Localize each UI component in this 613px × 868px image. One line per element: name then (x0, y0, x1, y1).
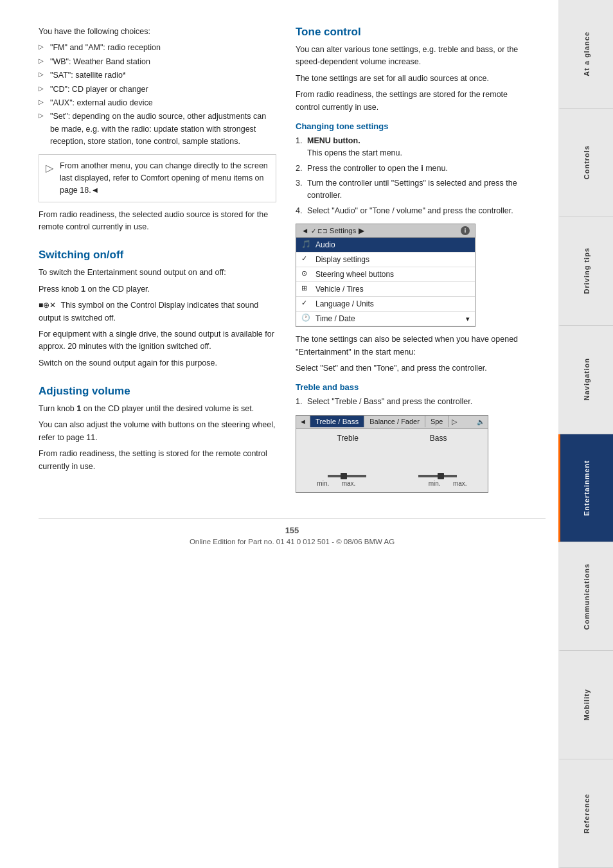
bass-minmax: min. max. (429, 480, 467, 487)
play-icon: ▷ (46, 161, 53, 176)
treble-bass-step-1: 1. Select "Treble / Bass" and press the … (296, 396, 533, 408)
footer-text: Online Edition for Part no. 01 41 0 012 … (39, 538, 546, 545)
back-arrow-icon: ◄ (296, 416, 310, 427)
sidebar-label-communications: Communications (583, 563, 591, 630)
sidebar-label-reference: Reference (583, 793, 591, 833)
tone-p3: From radio readiness, the settings are s… (296, 89, 533, 114)
switching-p1: To switch the Entertainment sound output… (39, 267, 276, 279)
step-4: 4. Select "Audio" or "Tone / volume" and… (296, 205, 533, 217)
settings-row-display[interactable]: ✓ Display settings (296, 252, 475, 267)
bass-slider[interactable] (418, 475, 457, 477)
bullet-list: "FM" and "AM": radio reception "WB": Wea… (39, 42, 276, 148)
volume-p2: You can also adjust the volume with butt… (39, 419, 276, 444)
tone-heading: Tone control (296, 26, 533, 39)
main-content: You have the following choices: "FM" and… (0, 0, 558, 868)
treble-bass-screenshot: ◄ Treble / Bass Balance / Fader Spe ▷ 🔈 … (296, 415, 488, 493)
after-settings-p2: Select "Set" and then "Tone", and press … (296, 362, 533, 375)
sound-off-icon: ■⊕✕ (39, 301, 56, 310)
bass-min-label: min. (429, 480, 441, 487)
settings-row-vehicle[interactable]: ⊞ Vehicle / Tires (296, 282, 475, 297)
tb-sliders (301, 475, 483, 477)
sidebar-item-mobility[interactable]: Mobility (558, 651, 613, 759)
step-3-text: Turn the controller until "Settings" is … (307, 179, 517, 200)
step-2: 2. Press the controller to open the i me… (296, 163, 533, 175)
sidebar-item-driving-tips[interactable]: Driving tips (558, 217, 613, 326)
treble-bass-content: Treble Bass (296, 429, 488, 492)
treble-slider-group[interactable] (328, 475, 366, 477)
settings-row-time[interactable]: 🕐 Time / Date ▾ (296, 312, 475, 326)
treble-bass-heading: Treble and bass (296, 382, 533, 392)
sidebar-label-entertainment: Entertainment (583, 460, 591, 516)
settings-row-audio[interactable]: 🎵 Audio (296, 238, 475, 252)
sidebar-label-navigation: Navigation (583, 358, 591, 400)
sidebar-item-at-a-glance[interactable]: At a glance (558, 0, 613, 109)
bass-slider-group[interactable] (418, 475, 457, 477)
speaker-icon: 🔈 (474, 416, 488, 427)
after-info-text: From radio readiness, the selected audio… (39, 209, 276, 234)
settings-header-label: ◄ ✓⊏⊐ Settings ▶ (301, 226, 364, 235)
switching-p3: ■⊕✕ This symbol on the Control Display i… (39, 299, 276, 324)
bass-label: Bass (430, 434, 447, 443)
treble-label: Treble (337, 434, 359, 443)
treble-bass-tabs: ◄ Treble / Bass Balance / Fader Spe ▷ 🔈 (296, 416, 488, 429)
list-item: "SAT": satellite radio* (39, 69, 276, 82)
display-icon: ✓ (301, 254, 312, 265)
switching-p5: Switch on the sound output again for thi… (39, 357, 276, 369)
treble-slider-handle[interactable] (341, 473, 347, 479)
switching-heading: Switching on/off (39, 249, 276, 261)
audio-icon: 🎵 (301, 240, 312, 250)
display-label: Display settings (315, 255, 369, 264)
step-1: 1. MENU button.This opens the start menu… (296, 135, 533, 160)
tab-next-icon[interactable]: ▷ (449, 416, 460, 428)
treble-min-label: min. (317, 480, 329, 487)
list-item: "CD": CD player or changer (39, 84, 276, 96)
step-3: 3. Turn the controller until "Settings" … (296, 177, 533, 202)
vehicle-icon: ⊞ (301, 284, 312, 294)
after-settings-p1: The tone settings can also be selected w… (296, 333, 533, 359)
tab-speed[interactable]: Spe (425, 416, 449, 427)
treble-max-label: max. (342, 480, 356, 487)
tb-labels: Treble Bass (301, 434, 483, 443)
footer: 155 Online Edition for Part no. 01 41 0 … (39, 518, 546, 545)
time-icon: 🕐 (301, 314, 312, 324)
tab-treble-bass[interactable]: Treble / Bass (310, 416, 364, 427)
right-column: Tone control You can alter various tone … (296, 26, 533, 499)
steering-label: Steering wheel buttons (315, 270, 394, 279)
sidebar-item-communications[interactable]: Communications (558, 542, 613, 651)
settings-header: ◄ ✓⊏⊐ Settings ▶ i (296, 224, 475, 238)
switching-p2: Press knob 1 on the CD player. (39, 283, 276, 296)
treble-slider[interactable] (328, 475, 366, 477)
list-item: "WB": Weather Band station (39, 56, 276, 68)
bass-max-label: max. (453, 480, 467, 487)
language-label: Language / Units (315, 299, 374, 308)
tone-p1: You can alter various tone settings, e.g… (296, 44, 533, 69)
switching-p4: For equipment with a single drive, the s… (39, 328, 276, 353)
sidebar-item-reference[interactable]: Reference (558, 759, 613, 868)
sidebar-label-driving-tips: Driving tips (583, 247, 591, 294)
changing-tone-heading: Changing tone settings (296, 121, 533, 131)
settings-row-steering[interactable]: ⊙ Steering wheel buttons (296, 267, 475, 282)
list-item: "AUX": external audio device (39, 97, 276, 109)
sidebar-item-navigation[interactable]: Navigation (558, 326, 613, 434)
page-number: 155 (39, 526, 546, 535)
treble-minmax: min. max. (317, 480, 355, 487)
sidebar: At a glance Controls Driving tips Naviga… (558, 0, 613, 868)
volume-p3: From radio readiness, the setting is sto… (39, 448, 276, 473)
list-item: "FM" and "AM": radio reception (39, 42, 276, 54)
info-box: ▷ From another menu, you can change dire… (39, 154, 276, 202)
sidebar-item-controls[interactable]: Controls (558, 109, 613, 217)
language-icon: ✓ (301, 299, 312, 309)
left-column: You have the following choices: "FM" and… (39, 26, 276, 499)
tone-steps-list: 1. MENU button.This opens the start menu… (296, 135, 533, 217)
tab-balance-fader[interactable]: Balance / Fader (364, 416, 425, 427)
sidebar-item-entertainment[interactable]: Entertainment (558, 434, 613, 543)
tb-minmax: min. max. min. max. (301, 480, 483, 487)
steering-icon: ⊙ (301, 269, 312, 279)
volume-p1: Turn knob 1 on the CD player until the d… (39, 403, 276, 415)
settings-row-language[interactable]: ✓ Language / Units (296, 297, 475, 312)
bass-slider-handle[interactable] (438, 473, 444, 479)
step-4-text: Select "Audio" or "Tone / volume" and pr… (307, 206, 513, 215)
list-item: "Set": depending on the audio source, ot… (39, 111, 276, 148)
time-label: Time / Date (315, 314, 355, 323)
tone-p2: The tone settings are set for all audio … (296, 73, 533, 85)
